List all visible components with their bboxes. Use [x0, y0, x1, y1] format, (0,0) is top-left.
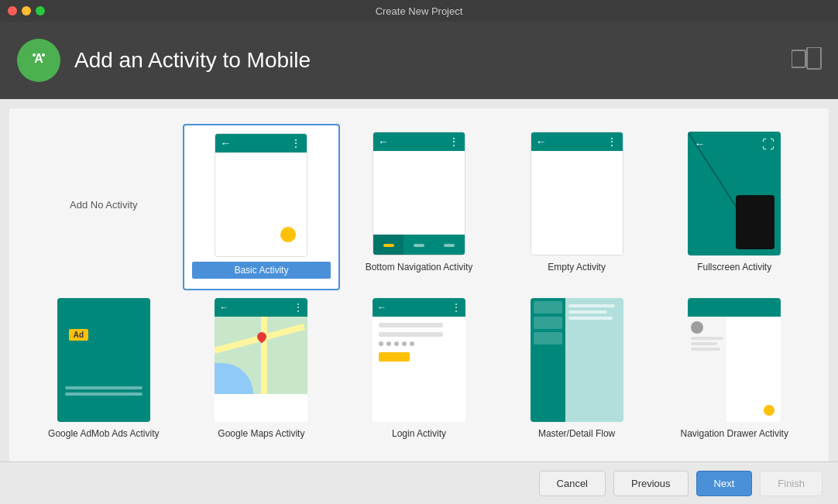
masterdetail-list	[531, 298, 565, 422]
menu-dots-icon: ⋮	[606, 135, 618, 148]
close-button[interactable]	[8, 6, 17, 15]
window-title: Create New Project	[376, 5, 463, 17]
menu-dots-icon: ⋮	[448, 135, 460, 148]
page-title: Add an Activity to Mobile	[74, 48, 311, 73]
login-back-icon: ←	[377, 302, 386, 313]
fullscreen-preview: ← ⛶	[688, 132, 781, 255]
empty-activity-label: Empty Activity	[548, 262, 606, 273]
activity-card-fullscreen[interactable]: ← ⛶ Fullscreen Activity	[655, 124, 813, 290]
dot-4	[402, 341, 407, 346]
map-water	[215, 363, 253, 394]
finish-button[interactable]: Finish	[760, 471, 823, 496]
title-bar: Create New Project	[0, 0, 838, 22]
no-activity-label: Add No Activity	[70, 199, 137, 211]
ad-badge: Ad	[69, 329, 88, 341]
activities-panel: Add No Activity ← ⋮ Basic Activity ← ⋮	[9, 108, 829, 465]
activity-card-empty[interactable]: ← ⋮ Empty Activity	[498, 124, 656, 290]
preview-top-bar: ← ⋮	[215, 134, 307, 153]
drawer-avatar	[691, 321, 703, 334]
nav-item-3	[434, 235, 465, 255]
login-body	[373, 317, 465, 368]
maps-top-bar: ← ⋮	[215, 298, 307, 317]
dot-5	[410, 341, 414, 346]
preview-body	[215, 153, 307, 257]
navdrawer-label: Navigation Drawer Activity	[681, 428, 788, 439]
device-icon	[792, 47, 823, 74]
preview-top-bar: ← ⋮	[373, 132, 465, 151]
minimize-button[interactable]	[22, 6, 31, 15]
previous-button[interactable]: Previous	[613, 471, 689, 496]
maps-label: Google Maps Activity	[218, 428, 304, 439]
back-arrow-icon: ←	[536, 135, 547, 148]
header: A Add an Activity to Mobile	[0, 22, 838, 99]
drawer-line-2	[691, 342, 717, 345]
bottom-nav-label: Bottom Navigation Activity	[366, 262, 473, 273]
bottom-nav-bar	[373, 235, 465, 255]
login-top-bar: ← ⋮	[373, 298, 465, 317]
dot-1	[379, 341, 383, 346]
login-field-1	[379, 323, 443, 327]
nav-drawer	[688, 317, 726, 422]
detail-line-2	[568, 310, 607, 314]
login-menu-icon: ⋮	[452, 302, 461, 313]
navdrawer-fab	[764, 405, 774, 416]
navdrawer-top-bar	[688, 298, 781, 317]
admob-label: Google AdMob Ads Activity	[48, 428, 159, 439]
phone-outline	[736, 195, 774, 249]
back-arrow-icon: ←	[220, 137, 231, 149]
preview-top-bar: ← ⋮	[531, 132, 623, 151]
activity-card-navdrawer[interactable]: Navigation Drawer Activity	[655, 290, 813, 449]
activity-card-no-activity[interactable]: Add No Activity	[25, 124, 183, 279]
drawer-line-1	[691, 337, 723, 340]
login-preview: ← ⋮	[373, 298, 465, 422]
activity-card-bottom-nav[interactable]: ← ⋮ B	[340, 124, 498, 290]
admob-preview: Ad	[57, 298, 150, 422]
traffic-lights	[8, 6, 45, 15]
activity-card-basic[interactable]: ← ⋮ Basic Activity	[183, 124, 341, 290]
cancel-button[interactable]: Cancel	[539, 471, 606, 496]
empty-preview: ← ⋮	[531, 132, 623, 255]
maps-menu-icon: ⋮	[294, 302, 303, 313]
list-item-1	[534, 301, 562, 314]
fab-icon	[280, 227, 296, 242]
maximize-button[interactable]	[36, 6, 45, 15]
masterdetail-label: Master/Detail Flow	[538, 428, 615, 439]
activity-card-login[interactable]: ← ⋮ Login Activity	[340, 290, 498, 449]
admob-line-2	[65, 393, 143, 396]
svg-point-8	[45, 43, 48, 46]
login-field-2	[379, 332, 443, 337]
nav-dot-inactive	[414, 244, 424, 247]
list-item-3	[534, 332, 562, 345]
svg-point-7	[29, 43, 33, 46]
nav-item-1	[373, 235, 404, 255]
masterdetail-detail	[565, 298, 623, 422]
masterdetail-preview	[531, 298, 623, 422]
next-button[interactable]: Next	[696, 471, 753, 496]
activity-card-masterdetail[interactable]: Master/Detail Flow	[498, 290, 656, 449]
login-btn	[379, 352, 410, 362]
detail-line-1	[568, 304, 615, 307]
svg-text:A: A	[34, 52, 43, 65]
activity-card-maps[interactable]: ← ⋮ Google Maps Activity	[183, 290, 341, 449]
svg-rect-10	[792, 50, 805, 67]
maps-back-icon: ←	[219, 302, 228, 313]
dot-3	[394, 341, 399, 346]
map-road-2	[261, 317, 267, 394]
detail-content	[565, 298, 623, 329]
activity-card-admob[interactable]: Ad Google AdMob Ads Activity	[25, 290, 183, 449]
drawer-line-3	[691, 348, 720, 351]
map-area	[215, 317, 307, 394]
detail-line-3	[568, 317, 613, 320]
nav-dot-inactive-2	[444, 244, 455, 247]
svg-rect-11	[807, 47, 821, 69]
basic-activity-label: Basic Activity	[192, 262, 331, 279]
navdrawer-main-content	[726, 317, 781, 422]
back-arrow-icon: ←	[378, 135, 389, 148]
admob-line-1	[65, 386, 143, 389]
footer: Cancel Previous Next Finish	[0, 461, 838, 504]
nav-dot-active	[383, 244, 394, 247]
android-logo-icon: A	[15, 37, 62, 84]
navdrawer-preview	[688, 298, 781, 422]
activities-grid: Add No Activity ← ⋮ Basic Activity ← ⋮	[9, 108, 829, 465]
fullscreen-label: Fullscreen Activity	[697, 262, 771, 273]
